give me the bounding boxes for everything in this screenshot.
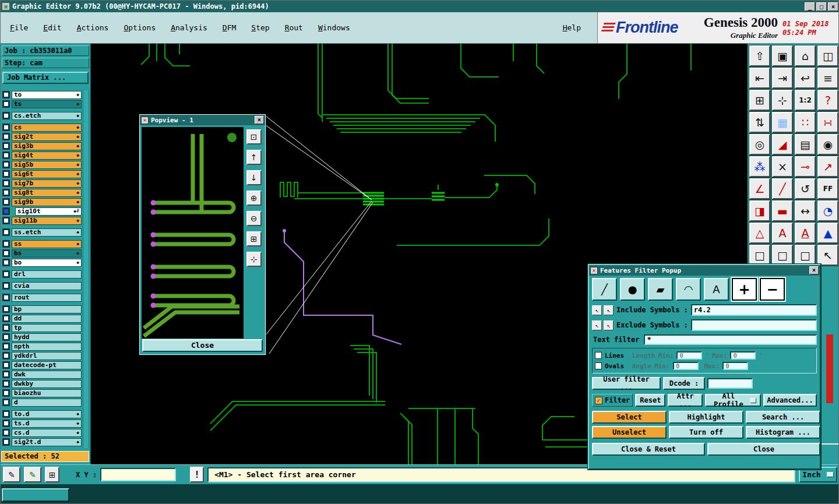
layer-visibility-checkbox[interactable] [2,438,10,446]
layer-visibility-checkbox[interactable] [2,305,10,313]
reset-button[interactable]: Reset [635,394,665,407]
layer-color-bar[interactable]: sig6t◆ [12,170,82,178]
layer-color-bar[interactable]: tp [12,324,82,332]
layer-visibility-checkbox[interactable] [2,259,10,266]
layer-visibility-checkbox[interactable] [2,124,10,131]
layer-visibility-checkbox[interactable] [2,352,10,360]
layer-color-bar[interactable]: sig4t◆ [12,151,82,160]
layer-visibility-checkbox[interactable] [2,410,10,418]
length-max-input[interactable] [730,351,756,360]
text-filter-input[interactable] [644,334,817,345]
layer-color-bar[interactable]: cs.d◆ [12,429,82,437]
layer-color-bar[interactable]: d [12,399,82,407]
profile-dropdown[interactable]: All Profile [705,394,761,407]
layer-row-to.d[interactable]: to.d◆ [2,410,82,418]
close-and-reset-button[interactable]: Close & Reset [592,443,705,456]
layer-row-drl[interactable]: drl [2,270,82,279]
home-view-button[interactable]: ⌂ [795,45,816,66]
shift-left-button[interactable]: ⇤ [749,68,770,89]
layer-color-bar[interactable]: rout [12,294,82,302]
attr-button[interactable]: Attr ... [668,394,702,407]
lines-filter-button[interactable]: ╱ [592,278,617,301]
layer-row-biaozhu[interactable]: biaozhu [2,389,82,397]
layer-row-sig9b[interactable]: sig9b◆ [2,198,82,206]
pick-exclude-alt-icon[interactable]: ↖ [604,320,614,330]
popview-title-bar[interactable]: ✕ Popview - 1 × [140,115,265,125]
display-button[interactable]: ▣ [772,45,793,66]
layer-color-bar[interactable]: bo◆ [12,259,82,267]
menu-windows[interactable]: Windows [318,23,350,32]
pan-free-button[interactable]: ⊹ [246,252,262,267]
pad-mode-button[interactable]: ◉ [817,134,838,155]
text-underline-button[interactable]: A [795,223,816,244]
filter-close-button[interactable]: Close [707,443,820,456]
layer-visibility-checkbox[interactable] [2,371,10,378]
layer-row-tp[interactable]: tp [2,323,82,332]
layer-visibility-checkbox[interactable] [2,333,10,341]
select-feature-button[interactable]: ◎ [749,134,770,155]
layer-color-bar[interactable]: cvia [12,282,82,290]
layer-row-cs.etch[interactable]: cs.etch◆ [2,111,82,120]
lines-checkbox[interactable] [595,352,602,359]
layer-row-sig8t[interactable]: sig8t◆ [2,188,82,197]
layer-visibility-checkbox[interactable] [2,100,10,108]
layer-color-bar[interactable]: sig7b◆ [12,179,82,188]
layer-row-sig5b[interactable]: sig5b◆ [2,160,82,169]
zoom-fit-button[interactable]: ⊞ [246,231,262,246]
angle-min-input[interactable] [673,362,699,370]
layer-row-npth[interactable]: npth [2,342,82,351]
layer-row-sig6t[interactable]: sig6t◆ [2,170,82,178]
layer-row-dwk[interactable]: dwk [2,370,82,379]
layer-color-bar[interactable]: sig9b◆ [12,198,82,206]
dcode-button[interactable]: Dcode : [663,377,705,390]
negative-filter-button[interactable]: − [760,278,785,301]
blank-button[interactable]: □ [795,245,816,266]
filter-checkbox[interactable]: ✓ Filter [592,394,633,407]
minimized-panel[interactable] [2,488,69,502]
layer-visibility-checkbox[interactable] [2,133,10,140]
zoom-box-button[interactable]: ⊡ [246,129,262,144]
menu-options[interactable]: Options [124,23,156,32]
layer-visibility-checkbox[interactable] [2,240,10,248]
layer-visibility-checkbox[interactable] [2,170,10,178]
blank-button[interactable]: □ [749,245,770,266]
layer-visibility-checkbox[interactable] [2,112,10,119]
layer-color-bar[interactable]: to.d◆ [12,410,82,418]
user-filter-button[interactable]: User filter ... [592,377,661,390]
layer-visibility-checkbox[interactable] [2,207,10,215]
layer-row-ydkdrl[interactable]: ydkdrl [2,351,82,360]
maximize-icon[interactable]: □ [816,2,827,11]
layer-row-sig11b[interactable]: sig11b◆ [2,216,82,225]
layer-color-bar[interactable]: biaozhu [12,389,82,397]
layer-visibility-checkbox[interactable] [2,91,10,98]
pads-filter-button[interactable]: ● [620,278,645,301]
layer-color-bar[interactable]: hydd [12,333,82,341]
layer-color-bar[interactable]: datecode-pt [12,361,82,369]
pan-up-button[interactable]: ↑ [246,150,262,165]
measure-ruler-button[interactable]: ▤ [795,134,816,155]
layer-row-d[interactable]: d [2,398,82,407]
turn-off-button[interactable]: Turn off [669,426,743,439]
layer-visibility-checkbox[interactable] [2,179,10,187]
search-button[interactable]: Search ... [746,411,820,424]
layer-visibility-checkbox[interactable] [2,294,10,301]
layer-color-bar[interactable]: dd [12,315,82,323]
text-filter-button[interactable]: A [704,278,729,301]
layer-visibility-checkbox[interactable] [2,142,10,150]
dash-button[interactable]: ▬ [772,200,793,221]
zoom-window-button[interactable]: ⊞ [749,90,770,111]
layer-row-dwkby[interactable]: dwkby [2,379,82,388]
ff-button[interactable]: FF [817,178,838,199]
layer-row-datecode-pt[interactable]: datecode-pt [2,361,82,369]
layer-row-sig3b[interactable]: sig3b◆ [2,142,82,150]
menu-analysis[interactable]: Analysis [171,23,207,32]
layer-visibility-checkbox[interactable] [2,361,10,369]
half-square-button[interactable]: ◨ [749,200,770,221]
dcode-input[interactable] [707,378,753,389]
layer-row-cvia[interactable]: cvia [2,281,82,290]
layer-color-bar[interactable]: drl [12,270,82,279]
filter-popup-title-bar[interactable]: ✕ Features Filter Popup × [589,265,820,276]
layer-color-bar[interactable]: dwkby [12,380,82,388]
blank-button[interactable]: □ [772,245,793,266]
layer-row-ts[interactable]: ts◆ [2,100,82,108]
